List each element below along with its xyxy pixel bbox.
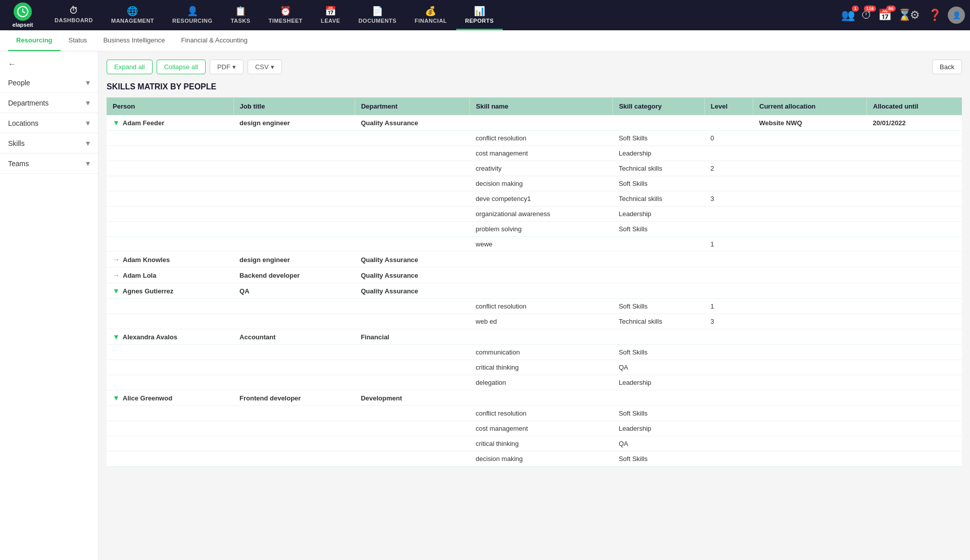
nav-management[interactable]: 🌐 MANAGEMENT	[102, 0, 163, 30]
help-btn[interactable]: ❓	[926, 7, 944, 24]
nav-leave[interactable]: 📅 LEAVE	[312, 0, 349, 30]
job-title-col-empty	[233, 131, 355, 146]
job-title-col-empty	[233, 191, 355, 207]
sidebar-item-departments[interactable]: Departments ▾	[0, 93, 98, 113]
notification-calendar-btn[interactable]: 📅 86	[876, 7, 894, 24]
subnav-business-intelligence[interactable]: Business Intelligence	[95, 30, 173, 51]
nav-reports[interactable]: 📊 REPORTS	[456, 0, 503, 30]
expand-all-button[interactable]: Expand all	[107, 60, 153, 74]
expand-collapse-icon[interactable]: →	[113, 256, 120, 264]
nav-timesheet-label: TIMESHEET	[269, 18, 303, 24]
nav-tasks[interactable]: 📋 TASKS	[222, 0, 260, 30]
table-row-person[interactable]: → Adam Knowles design engineer Quality A…	[107, 252, 962, 268]
sidebar-item-skills[interactable]: Skills ▾	[0, 133, 98, 154]
nav-dashboard[interactable]: ⏱ DASHBOARD	[45, 0, 102, 30]
allocation-cell	[753, 329, 867, 345]
job-title-col-empty	[233, 299, 355, 314]
skill-name-cell: decision making	[470, 176, 613, 191]
back-arrow-icon: ←	[8, 60, 16, 69]
nav-timesheet[interactable]: ⏰ TIMESHEET	[260, 0, 312, 30]
skill-category-cell: Soft Skills	[613, 131, 705, 146]
job-title-col-empty	[233, 375, 355, 390]
allocation-cell	[753, 283, 867, 299]
table-row-person[interactable]: ▼ Agnes Gutierrez QA Quality Assurance	[107, 283, 962, 299]
skill-category-cell	[613, 390, 705, 406]
allocated-until-col-empty	[867, 176, 962, 191]
department-col-empty	[355, 207, 469, 222]
tasks-icon: 📋	[235, 6, 247, 17]
skill-name-cell: problem solving	[470, 222, 613, 237]
allocated-until-col-empty	[867, 207, 962, 222]
allocation-col-empty	[753, 237, 867, 252]
allocation-cell	[753, 268, 867, 283]
toolbar: Expand all Collapse all PDF ▾ CSV ▾ Back	[107, 60, 962, 74]
person-col-empty	[107, 207, 233, 222]
sidebar: ← People ▾ Departments ▾ Locations ▾ Ski…	[0, 52, 99, 560]
level-cell	[704, 345, 753, 360]
notification-timer-btn[interactable]: ⏱ 116	[859, 7, 874, 24]
department-col-empty	[355, 222, 469, 237]
sidebar-item-locations[interactable]: Locations ▾	[0, 113, 98, 133]
pdf-chevron-icon: ▾	[232, 63, 236, 71]
nav-financial-label: FINANCIAL	[415, 18, 447, 24]
allocated-until-cell	[867, 252, 962, 268]
job-title-col-empty	[233, 222, 355, 237]
expand-collapse-icon[interactable]: →	[113, 271, 120, 279]
col-job-title: Job title	[233, 97, 355, 115]
expand-collapse-icon[interactable]: ▼	[113, 333, 120, 341]
job-title-col-empty	[233, 406, 355, 421]
nav-documents-label: DOCUMENTS	[358, 18, 396, 24]
job-title-cell: design engineer	[233, 115, 355, 131]
department-col-empty	[355, 146, 469, 161]
main-content: Expand all Collapse all PDF ▾ CSV ▾ Back…	[99, 52, 970, 560]
nav-documents[interactable]: 📄 DOCUMENTS	[349, 0, 405, 30]
level-cell	[704, 451, 753, 467]
level-cell: 1	[704, 237, 753, 252]
sidebar-departments-label: Departments	[8, 99, 48, 107]
table-row-skill: critical thinking QA	[107, 436, 962, 451]
department-cell: Quality Assurance	[355, 268, 469, 283]
skill-name-cell: delegation	[470, 375, 613, 390]
pdf-button[interactable]: PDF ▾	[210, 60, 244, 74]
subnav-status[interactable]: Status	[61, 30, 95, 51]
level-cell: 3	[704, 191, 753, 207]
pdf-label: PDF	[217, 63, 230, 71]
table-header-row: Person Job title Department Skill name S…	[107, 97, 962, 115]
csv-button[interactable]: CSV ▾	[248, 60, 282, 74]
allocated-until-cell	[867, 268, 962, 283]
person-name-text: Alexandra Avalos	[123, 333, 177, 341]
nav-resourcing[interactable]: 👤 RESOURCING	[163, 0, 222, 30]
skill-category-cell: Technical skills	[613, 191, 705, 207]
notification-area: 👥 1 ⏱ 116 📅 86 ⌛	[848, 0, 904, 30]
expand-collapse-icon[interactable]: ▼	[113, 394, 120, 402]
app-logo[interactable]: elapseit	[5, 3, 40, 28]
page-title: SKILLS MATRIX BY PEOPLE	[107, 82, 962, 91]
col-skill-category: Skill category	[613, 97, 705, 115]
sidebar-teams-label: Teams	[8, 160, 29, 168]
table-row-person[interactable]: ▼ Adam Feeder design engineer Quality As…	[107, 115, 962, 131]
expand-collapse-icon[interactable]: ▼	[113, 287, 120, 295]
table-row-person[interactable]: → Adam Lola Backend developer Quality As…	[107, 268, 962, 283]
allocation-col-empty	[753, 191, 867, 207]
job-title-col-empty	[233, 345, 355, 360]
timer-warning-btn[interactable]: ⌛	[896, 7, 913, 24]
table-row-person[interactable]: ▼ Alexandra Avalos Accountant Financial	[107, 329, 962, 345]
table-row-skill: conflict resolution Soft Skills	[107, 406, 962, 421]
nav-financial[interactable]: 💰 FINANCIAL	[406, 0, 456, 30]
sidebar-people-label: People	[8, 79, 30, 87]
expand-collapse-icon[interactable]: ▼	[113, 119, 120, 127]
table-row-person[interactable]: ▼ Alice Greenwod Frontend developer Deve…	[107, 390, 962, 406]
notification-people-btn[interactable]: 👥 1	[839, 7, 857, 24]
user-avatar[interactable]: 👤	[948, 7, 965, 24]
job-title-col-empty	[233, 161, 355, 176]
back-button[interactable]: Back	[932, 60, 962, 74]
job-title-cell: QA	[233, 283, 355, 299]
department-col-empty	[355, 176, 469, 191]
sidebar-item-people[interactable]: People ▾	[0, 73, 98, 93]
sidebar-item-teams[interactable]: Teams ▾	[0, 154, 98, 174]
sidebar-back-btn[interactable]: ←	[0, 56, 98, 73]
department-col-empty	[355, 406, 469, 421]
subnav-resourcing[interactable]: Resourcing	[8, 30, 61, 51]
collapse-all-button[interactable]: Collapse all	[157, 60, 206, 74]
subnav-financial-accounting[interactable]: Financial & Accounting	[173, 30, 256, 51]
